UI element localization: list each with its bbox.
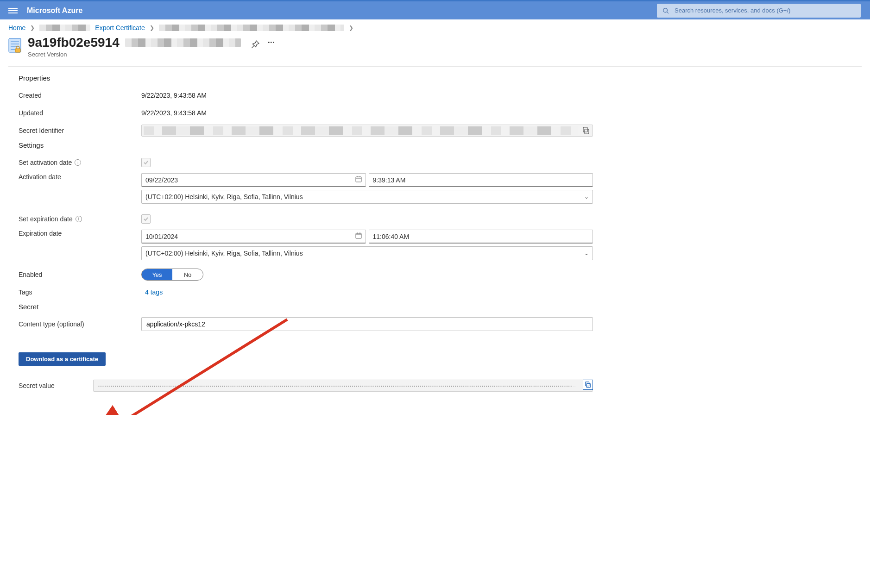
content-type-input-field[interactable]	[145, 320, 589, 328]
chevron-right-icon: ❯	[349, 25, 353, 31]
tags-link[interactable]: 4 tags	[141, 288, 163, 296]
row-activation-date: Activation date 09/22/2023 9:39:13 AM (U…	[19, 173, 593, 204]
content-type-label: Content type (optional)	[19, 320, 141, 328]
activation-time-value: 9:39:13 AM	[373, 176, 406, 184]
activation-date-input[interactable]: 09/22/2023	[141, 173, 366, 187]
search-icon	[662, 7, 669, 14]
top-header: Microsoft Azure	[0, 0, 870, 19]
breadcrumb-redacted	[39, 25, 90, 31]
activation-date-label: Activation date	[19, 173, 141, 181]
svg-line-22	[116, 319, 287, 415]
secret-identifier-label: Secret Identifier	[19, 127, 141, 134]
set-expiration-checkbox[interactable]	[141, 214, 151, 224]
updated-label: Updated	[19, 109, 141, 117]
breadcrumb-home[interactable]: Home	[8, 24, 25, 31]
row-expiration-date: Expiration date 10/01/2024 11:06:40 AM (…	[19, 230, 593, 260]
svg-line-8	[252, 45, 254, 48]
svg-rect-11	[356, 177, 361, 182]
svg-rect-7	[15, 49, 20, 52]
search-input[interactable]	[674, 6, 855, 14]
secret-identifier-field[interactable]	[141, 125, 593, 137]
row-enabled: Enabled Yes No	[19, 268, 593, 281]
copy-icon[interactable]	[583, 380, 593, 390]
row-set-expiration: Set expiration date i	[19, 212, 593, 226]
row-created: Created 9/22/2023, 9:43:58 AM	[19, 88, 593, 102]
section-header-settings: Settings	[19, 141, 593, 149]
svg-line-1	[667, 12, 669, 13]
expiration-timezone-value: (UTC+02:00) Helsinki, Kyiv, Riga, Sofia,…	[145, 250, 303, 257]
page-title: 9a19fb02e5914 ···	[28, 35, 276, 50]
download-certificate-button[interactable]: Download as a certificate	[19, 352, 106, 366]
info-icon[interactable]: i	[75, 159, 81, 166]
page-title-redacted	[125, 38, 241, 47]
secret-value-masked: ••••••••••••••••••••••••••••••••••••••••…	[98, 384, 577, 388]
row-secret-value: Secret value •••••••••••••••••••••••••••…	[19, 379, 593, 393]
activation-time-input[interactable]: 9:39:13 AM	[369, 173, 593, 187]
section-header-secret: Secret	[19, 303, 593, 311]
content: Properties Created 9/22/2023, 9:43:58 AM…	[0, 74, 602, 415]
tags-label: Tags	[19, 288, 141, 296]
activation-date-value: 09/22/2023	[145, 176, 178, 184]
enabled-no[interactable]: No	[172, 269, 203, 280]
expiration-date-input[interactable]: 10/01/2024	[141, 230, 366, 244]
expiration-timezone-select[interactable]: (UTC+02:00) Helsinki, Kyiv, Riga, Sofia,…	[141, 246, 593, 260]
set-activation-checkbox[interactable]	[141, 158, 151, 167]
calendar-icon[interactable]	[355, 232, 362, 240]
row-updated: Updated 9/22/2023, 9:43:58 AM	[19, 106, 593, 120]
more-icon[interactable]: ···	[268, 40, 276, 49]
content-type-input[interactable]	[141, 317, 593, 331]
secret-identifier-redacted	[144, 126, 578, 135]
svg-rect-15	[356, 233, 361, 238]
secret-version-icon	[8, 38, 21, 53]
activation-timezone-select[interactable]: (UTC+02:00) Helsinki, Kyiv, Riga, Sofia,…	[141, 190, 593, 204]
breadcrumb: Home ❯ Export Certificate ❯ ❯	[0, 19, 870, 33]
copy-icon[interactable]	[582, 127, 590, 134]
breadcrumb-export-certificate[interactable]: Export Certificate	[95, 24, 145, 31]
page-title-row: 9a19fb02e5914 ··· Secret Version	[0, 33, 870, 64]
set-activation-label: Set activation date	[19, 159, 72, 166]
expiration-date-label: Expiration date	[19, 230, 141, 237]
chevron-down-icon: ⌄	[584, 194, 589, 200]
pin-icon[interactable]	[251, 40, 259, 49]
row-content-type: Content type (optional)	[19, 317, 593, 331]
svg-point-0	[663, 8, 668, 12]
activation-timezone-value: (UTC+02:00) Helsinki, Kyiv, Riga, Sofia,…	[145, 193, 303, 200]
secret-value-label: Secret value	[19, 382, 93, 389]
svg-rect-20	[586, 382, 589, 386]
expiration-time-input[interactable]: 11:06:40 AM	[369, 230, 593, 244]
divider	[8, 66, 862, 67]
updated-value: 9/22/2023, 9:43:58 AM	[141, 109, 593, 117]
row-secret-identifier: Secret Identifier	[19, 124, 593, 138]
enabled-toggle[interactable]: Yes No	[141, 269, 203, 281]
expiration-date-value: 10/01/2024	[145, 233, 178, 240]
brand: Microsoft Azure	[27, 6, 82, 15]
enabled-yes[interactable]: Yes	[142, 269, 172, 280]
chevron-down-icon: ⌄	[584, 250, 589, 256]
page-subtitle: Secret Version	[28, 51, 276, 58]
row-set-activation: Set activation date i	[19, 156, 593, 169]
global-search[interactable]	[657, 4, 861, 18]
breadcrumb-redacted	[159, 25, 344, 31]
chevron-right-icon: ❯	[150, 25, 154, 31]
page-title-text: 9a19fb02e5914	[28, 35, 120, 50]
row-download	[19, 335, 593, 349]
svg-rect-19	[586, 383, 590, 388]
section-header-properties: Properties	[19, 74, 593, 82]
hamburger-menu-icon[interactable]	[8, 6, 18, 15]
info-icon[interactable]: i	[76, 216, 82, 222]
chevron-right-icon: ❯	[30, 25, 35, 31]
svg-rect-10	[583, 127, 587, 132]
created-value: 9/22/2023, 9:43:58 AM	[141, 92, 593, 99]
row-tags: Tags 4 tags	[19, 285, 593, 299]
created-label: Created	[19, 92, 141, 99]
expiration-time-value: 11:06:40 AM	[373, 233, 410, 240]
set-expiration-label: Set expiration date	[19, 215, 73, 223]
enabled-label: Enabled	[19, 271, 141, 278]
calendar-icon[interactable]	[355, 176, 362, 184]
secret-value-field[interactable]: ••••••••••••••••••••••••••••••••••••••••…	[93, 380, 593, 392]
svg-rect-9	[585, 129, 589, 134]
